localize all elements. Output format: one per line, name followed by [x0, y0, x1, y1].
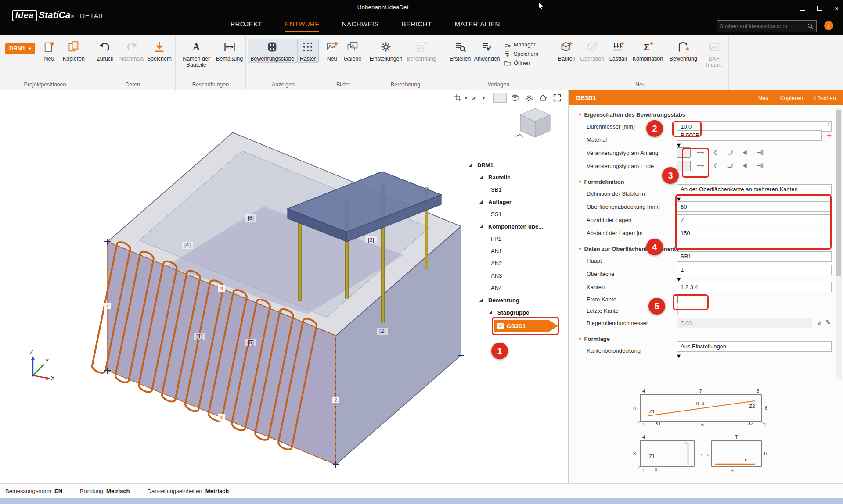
- properties-new-button[interactable]: Neu: [758, 95, 769, 101]
- tab-materialien[interactable]: MATERIALIEN: [454, 20, 500, 32]
- fit-view-icon[interactable]: [551, 92, 563, 104]
- settings-button[interactable]: Einstellungen: [368, 39, 404, 63]
- close-button[interactable]: ×: [835, 5, 839, 12]
- template-create-button[interactable]: Erstellen: [447, 39, 473, 63]
- properties-scrollbar[interactable]: [836, 108, 842, 380]
- tree-item-auflager[interactable]: Auflager: [465, 196, 567, 208]
- new-member-button[interactable]: Bauteil: [554, 39, 579, 63]
- template-open-item[interactable]: Öffnen: [504, 60, 538, 67]
- window-controls: ×: [800, 3, 839, 14]
- checked-checkbox-icon[interactable]: ✓: [497, 323, 504, 329]
- save-button[interactable]: Speichern: [145, 39, 173, 63]
- anchor-bend-icon[interactable]: [724, 161, 735, 171]
- material-select[interactable]: B 500B: [677, 130, 822, 141]
- anchor-hook-icon[interactable]: [677, 161, 691, 171]
- expand-triangle-icon[interactable]: [469, 163, 472, 167]
- tree-item-gb3d1[interactable]: ✓ GB3D1: [494, 320, 558, 332]
- template-apply-button[interactable]: Anwenden: [473, 39, 501, 63]
- anchor-plate-icon[interactable]: [754, 147, 765, 158]
- erste-kante-checkbox[interactable]: [677, 295, 678, 303]
- dimension-style-icon[interactable]: [470, 92, 481, 104]
- haupt-select[interactable]: SB1: [677, 251, 832, 262]
- tree-item-ss1[interactable]: SS1: [465, 208, 567, 220]
- new-reinforcement-button[interactable]: Bewehrung: [665, 39, 701, 63]
- kantenbeton-select[interactable]: Aus Einstellungen: [677, 341, 832, 352]
- expand-triangle-icon[interactable]: [479, 298, 483, 302]
- undo-button[interactable]: Zurück: [92, 39, 118, 63]
- tree-item-komponenten[interactable]: Komponenten übe...: [465, 220, 567, 232]
- anchor-loop-icon[interactable]: [710, 161, 721, 171]
- view-3d-solid-icon[interactable]: [509, 92, 521, 104]
- template-save-item[interactable]: Speichern: [504, 50, 538, 57]
- tab-entwurf[interactable]: ENTWURF: [285, 20, 319, 32]
- navigation-cube[interactable]: [516, 108, 550, 137]
- tree-item-an2[interactable]: AN2: [465, 257, 567, 269]
- add-material-button[interactable]: +: [827, 131, 832, 139]
- view-plane-icon[interactable]: [523, 92, 535, 104]
- anchor-head-icon[interactable]: [739, 161, 750, 171]
- tree-item-drm1[interactable]: DRM1: [465, 159, 567, 171]
- member-names-button[interactable]: A Namen der Bauteile: [177, 39, 215, 69]
- chevron-down-icon[interactable]: ▾: [483, 96, 485, 100]
- lagen-input[interactable]: 7: [677, 214, 832, 225]
- spinner-arrows[interactable]: ▴▾: [828, 122, 830, 127]
- abstand-input[interactable]: 150: [677, 228, 832, 238]
- expand-triangle-icon[interactable]: [479, 200, 483, 204]
- gallery-button[interactable]: Galerie: [341, 39, 364, 63]
- anchor-straight-icon[interactable]: [695, 147, 706, 158]
- properties-delete-button[interactable]: Löschen: [814, 95, 836, 101]
- tree-item-an4[interactable]: AN4: [465, 282, 567, 294]
- anchor-head-icon[interactable]: [739, 147, 750, 158]
- letzte-kante-checkbox[interactable]: [677, 306, 678, 315]
- tree-item-an3[interactable]: AN3: [465, 269, 567, 282]
- new-loadcase-button[interactable]: Lastfall: [606, 39, 630, 63]
- view-3d-wire-icon[interactable]: [493, 93, 507, 103]
- project-item-dropdown[interactable]: DRM1 ▾: [5, 43, 35, 54]
- search-input[interactable]: [717, 23, 807, 29]
- anchor-straight-icon[interactable]: [695, 161, 706, 171]
- tree-item-stabgruppe[interactable]: Stabgruppe: [465, 306, 567, 318]
- tab-bericht[interactable]: BERICHT: [402, 20, 432, 32]
- tab-projekt[interactable]: PROJEKT: [231, 20, 262, 32]
- tree-item-bewehrung[interactable]: Bewehrung: [465, 294, 567, 306]
- tab-nachweis[interactable]: NACHWEIS: [342, 20, 379, 32]
- rebar-display-toggle[interactable]: Bewehrungsstäbe: [248, 39, 297, 63]
- expand-triangle-icon[interactable]: [479, 175, 483, 179]
- redo-button[interactable]: Nochmals: [118, 39, 145, 63]
- chevron-down-icon[interactable]: ▾: [465, 96, 467, 100]
- anchor-hook-icon[interactable]: [677, 147, 691, 158]
- anchor-loop-icon[interactable]: [710, 147, 721, 158]
- tree-item-fp1[interactable]: FP1: [465, 232, 567, 245]
- calculation-button[interactable]: Berechnung: [404, 39, 439, 63]
- pencil-icon[interactable]: ✎: [825, 319, 831, 326]
- tree-item-sb1[interactable]: SB1: [465, 183, 567, 196]
- template-manager-item[interactable]: Manager: [504, 41, 538, 48]
- info-icon[interactable]: i: [824, 21, 833, 30]
- home-view-icon[interactable]: [537, 92, 549, 104]
- anchor-plate-icon[interactable]: [754, 161, 765, 171]
- stabform-select[interactable]: An der Oberflächenkante an mehreren Kant…: [677, 184, 832, 195]
- biege-input[interactable]: 7,00: [677, 318, 812, 328]
- new-image-button[interactable]: Neu: [323, 39, 341, 63]
- oberflaeche-select[interactable]: 1: [677, 265, 832, 275]
- properties-copy-button[interactable]: Kopieren: [780, 95, 803, 101]
- raster-toggle[interactable]: Raster: [297, 39, 319, 63]
- maximize-button[interactable]: [817, 4, 822, 12]
- scrollbar-thumb[interactable]: [836, 110, 841, 276]
- anchor-bend-icon[interactable]: [724, 147, 735, 158]
- new-operation-button[interactable]: Operation: [579, 39, 606, 63]
- dxf-import-button[interactable]: DXF DXF Import: [701, 39, 727, 69]
- crop-icon[interactable]: [452, 92, 464, 104]
- tree-item-an1[interactable]: AN1: [465, 245, 567, 257]
- new-combination-button[interactable]: Σ Kombination: [630, 39, 666, 63]
- expand-triangle-icon[interactable]: [489, 311, 492, 314]
- minimize-button[interactable]: [800, 4, 805, 12]
- dimension-button[interactable]: Bemaßung: [215, 39, 244, 63]
- tree-item-bauteile[interactable]: Bauteile: [465, 171, 567, 183]
- expand-triangle-icon[interactable]: [479, 225, 483, 228]
- kanten-input[interactable]: 1 2 3 4: [677, 282, 832, 292]
- new-position-button[interactable]: Neu: [39, 39, 60, 63]
- section-eigenschaften[interactable]: ▾ Eigenschaften des Bewehrungsstabs: [569, 109, 843, 120]
- abdeckung-input[interactable]: 60: [677, 201, 832, 212]
- copy-position-button[interactable]: Kopieren: [60, 39, 88, 63]
